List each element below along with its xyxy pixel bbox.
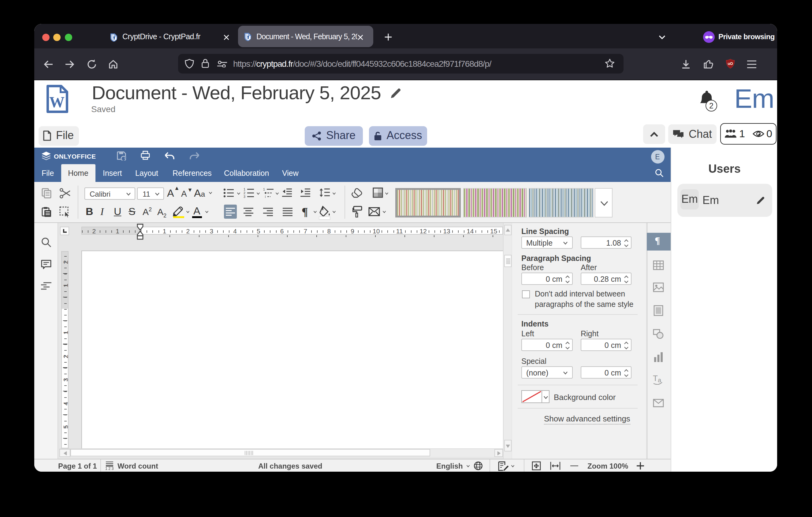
svg-text:2: 2 <box>243 191 245 195</box>
svg-text:T: T <box>653 374 658 383</box>
svg-text:3: 3 <box>243 195 245 198</box>
svg-text:uO: uO <box>728 61 733 66</box>
svg-text:W: W <box>49 93 64 111</box>
svg-text:1: 1 <box>243 187 245 191</box>
svg-text:1: 1 <box>263 187 265 191</box>
svg-text:1 2 3: 1 2 3 <box>105 466 114 470</box>
svg-text:a: a <box>658 377 662 383</box>
svg-text:i: i <box>265 195 266 198</box>
